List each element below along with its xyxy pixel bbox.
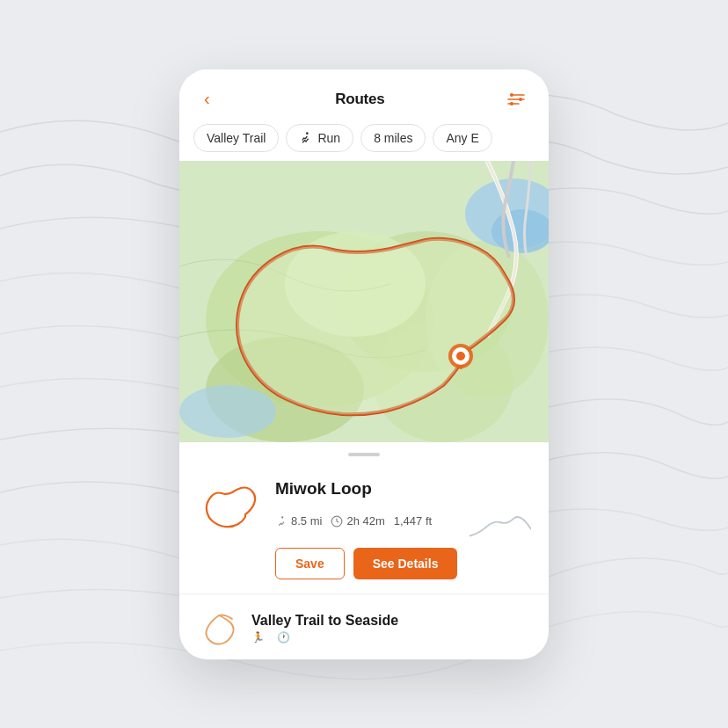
clock-icon	[331, 515, 343, 528]
see-details-button[interactable]: See Details	[353, 548, 458, 579]
chip-activity-label: Run	[317, 131, 340, 145]
stat-duration: 2h 42m	[331, 514, 384, 528]
stat-elevation: 1,447 ft	[394, 514, 432, 528]
route-actions: Save See Details	[275, 548, 531, 579]
elevation-value: 1,447 ft	[394, 514, 432, 528]
route-stats: 8.5 mi 2h 42m 1,447 ft	[275, 504, 531, 539]
preview-route-stats: 🏃 🕐	[251, 631, 398, 644]
chip-activity[interactable]: Run	[286, 124, 353, 152]
scroll-indicator	[348, 453, 380, 456]
chip-trail[interactable]: Valley Trail	[193, 124, 279, 152]
preview-route-thumbnail	[197, 607, 241, 651]
chip-elevation-label: Any E	[446, 131, 478, 145]
svg-point-18	[456, 352, 465, 360]
chip-distance[interactable]: 8 miles	[360, 124, 426, 152]
preview-route-name: Valley Trail to Seaside	[251, 613, 398, 629]
stat-distance: 8.5 mi	[275, 514, 322, 528]
filter-icon-button[interactable]	[503, 85, 531, 113]
back-button[interactable]: ‹	[197, 85, 217, 113]
save-button[interactable]: Save	[275, 548, 345, 579]
preview-clock-icon: 🕐	[277, 631, 290, 644]
route-main-content: Miwok Loop 8.5 mi 2h 42m	[197, 479, 531, 579]
route-info: Miwok Loop 8.5 mi 2h 42m	[275, 479, 531, 579]
route-name: Miwok Loop	[275, 479, 531, 499]
featured-route-card: Miwok Loop 8.5 mi 2h 42m	[179, 463, 549, 593]
chip-trail-label: Valley Trail	[207, 131, 266, 145]
run-icon	[299, 131, 313, 145]
distance-icon	[275, 515, 288, 528]
map-area	[179, 161, 549, 442]
duration-value: 2h 42m	[346, 514, 384, 528]
chip-distance-label: 8 miles	[374, 131, 412, 145]
preview-route-info: Valley Trail to Seaside 🏃 🕐	[251, 613, 398, 644]
page-title: Routes	[335, 91, 384, 108]
header: ‹ Routes	[179, 69, 549, 124]
route-thumbnail	[197, 479, 263, 545]
elevation-chart	[470, 504, 531, 539]
filter-bar: Valley Trail Run 8 miles Any E	[179, 124, 549, 161]
chip-elevation[interactable]: Any E	[433, 124, 491, 152]
phone-card: ‹ Routes Valley Trail Run 8 miles	[179, 69, 549, 659]
preview-run-icon: 🏃	[251, 631, 265, 644]
distance-value: 8.5 mi	[291, 514, 322, 528]
svg-point-19	[179, 385, 276, 438]
route-preview[interactable]: Valley Trail to Seaside 🏃 🕐	[179, 593, 549, 659]
